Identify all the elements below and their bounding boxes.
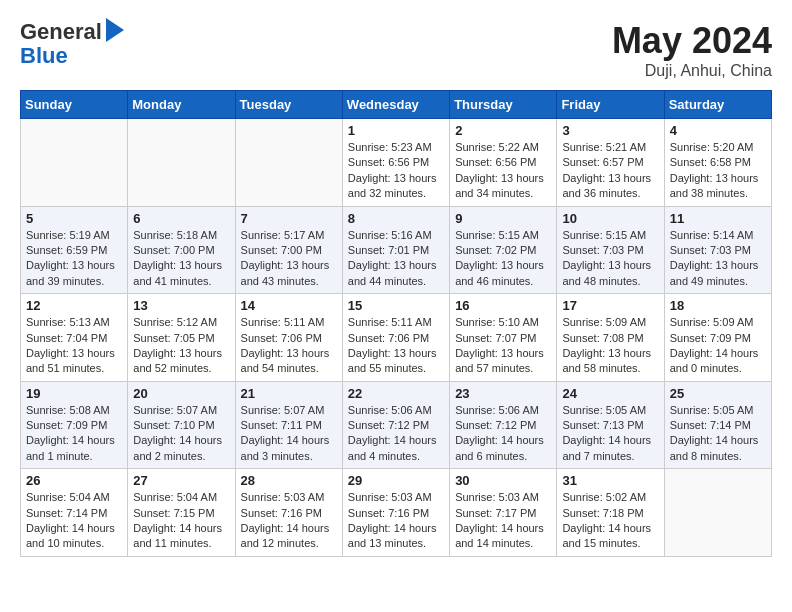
cell-info: Sunrise: 5:16 AMSunset: 7:01 PMDaylight:… <box>348 228 444 290</box>
page-header: General Blue May 2024 Duji, Anhui, China <box>20 20 772 80</box>
calendar-cell: 30Sunrise: 5:03 AMSunset: 7:17 PMDayligh… <box>450 469 557 557</box>
cell-info: Sunrise: 5:05 AMSunset: 7:13 PMDaylight:… <box>562 403 658 465</box>
calendar-cell: 17Sunrise: 5:09 AMSunset: 7:08 PMDayligh… <box>557 294 664 382</box>
day-number: 10 <box>562 211 658 226</box>
calendar-table: SundayMondayTuesdayWednesdayThursdayFrid… <box>20 90 772 557</box>
cell-info: Sunrise: 5:03 AMSunset: 7:16 PMDaylight:… <box>241 490 337 552</box>
calendar-cell: 18Sunrise: 5:09 AMSunset: 7:09 PMDayligh… <box>664 294 771 382</box>
day-number: 19 <box>26 386 122 401</box>
calendar-cell: 16Sunrise: 5:10 AMSunset: 7:07 PMDayligh… <box>450 294 557 382</box>
day-number: 13 <box>133 298 229 313</box>
cell-info: Sunrise: 5:09 AMSunset: 7:09 PMDaylight:… <box>670 315 766 377</box>
day-number: 27 <box>133 473 229 488</box>
calendar-cell <box>128 119 235 207</box>
calendar-header-row: SundayMondayTuesdayWednesdayThursdayFrid… <box>21 91 772 119</box>
cell-info: Sunrise: 5:09 AMSunset: 7:08 PMDaylight:… <box>562 315 658 377</box>
day-number: 30 <box>455 473 551 488</box>
calendar-cell: 7Sunrise: 5:17 AMSunset: 7:00 PMDaylight… <box>235 206 342 294</box>
cell-info: Sunrise: 5:07 AMSunset: 7:11 PMDaylight:… <box>241 403 337 465</box>
calendar-cell: 13Sunrise: 5:12 AMSunset: 7:05 PMDayligh… <box>128 294 235 382</box>
cell-info: Sunrise: 5:21 AMSunset: 6:57 PMDaylight:… <box>562 140 658 202</box>
day-of-week-header: Sunday <box>21 91 128 119</box>
calendar-cell: 21Sunrise: 5:07 AMSunset: 7:11 PMDayligh… <box>235 381 342 469</box>
title-block: May 2024 Duji, Anhui, China <box>612 20 772 80</box>
day-number: 9 <box>455 211 551 226</box>
calendar-cell: 10Sunrise: 5:15 AMSunset: 7:03 PMDayligh… <box>557 206 664 294</box>
cell-info: Sunrise: 5:05 AMSunset: 7:14 PMDaylight:… <box>670 403 766 465</box>
day-of-week-header: Thursday <box>450 91 557 119</box>
calendar-cell <box>664 469 771 557</box>
cell-info: Sunrise: 5:08 AMSunset: 7:09 PMDaylight:… <box>26 403 122 465</box>
cell-info: Sunrise: 5:10 AMSunset: 7:07 PMDaylight:… <box>455 315 551 377</box>
calendar-cell: 20Sunrise: 5:07 AMSunset: 7:10 PMDayligh… <box>128 381 235 469</box>
logo-arrow-icon <box>106 18 124 42</box>
calendar-cell: 11Sunrise: 5:14 AMSunset: 7:03 PMDayligh… <box>664 206 771 294</box>
location: Duji, Anhui, China <box>612 62 772 80</box>
calendar-cell: 27Sunrise: 5:04 AMSunset: 7:15 PMDayligh… <box>128 469 235 557</box>
cell-info: Sunrise: 5:15 AMSunset: 7:03 PMDaylight:… <box>562 228 658 290</box>
day-number: 1 <box>348 123 444 138</box>
calendar-cell: 8Sunrise: 5:16 AMSunset: 7:01 PMDaylight… <box>342 206 449 294</box>
calendar-week-row: 19Sunrise: 5:08 AMSunset: 7:09 PMDayligh… <box>21 381 772 469</box>
day-of-week-header: Tuesday <box>235 91 342 119</box>
calendar-cell: 12Sunrise: 5:13 AMSunset: 7:04 PMDayligh… <box>21 294 128 382</box>
day-of-week-header: Monday <box>128 91 235 119</box>
day-number: 2 <box>455 123 551 138</box>
month-title: May 2024 <box>612 20 772 62</box>
cell-info: Sunrise: 5:15 AMSunset: 7:02 PMDaylight:… <box>455 228 551 290</box>
calendar-week-row: 5Sunrise: 5:19 AMSunset: 6:59 PMDaylight… <box>21 206 772 294</box>
calendar-cell: 5Sunrise: 5:19 AMSunset: 6:59 PMDaylight… <box>21 206 128 294</box>
day-number: 4 <box>670 123 766 138</box>
cell-info: Sunrise: 5:06 AMSunset: 7:12 PMDaylight:… <box>348 403 444 465</box>
day-number: 23 <box>455 386 551 401</box>
cell-info: Sunrise: 5:03 AMSunset: 7:17 PMDaylight:… <box>455 490 551 552</box>
calendar-cell: 9Sunrise: 5:15 AMSunset: 7:02 PMDaylight… <box>450 206 557 294</box>
day-number: 26 <box>26 473 122 488</box>
day-number: 5 <box>26 211 122 226</box>
day-number: 25 <box>670 386 766 401</box>
calendar-cell: 23Sunrise: 5:06 AMSunset: 7:12 PMDayligh… <box>450 381 557 469</box>
cell-info: Sunrise: 5:02 AMSunset: 7:18 PMDaylight:… <box>562 490 658 552</box>
day-number: 21 <box>241 386 337 401</box>
day-number: 16 <box>455 298 551 313</box>
day-number: 6 <box>133 211 229 226</box>
calendar-cell <box>235 119 342 207</box>
calendar-week-row: 26Sunrise: 5:04 AMSunset: 7:14 PMDayligh… <box>21 469 772 557</box>
calendar-cell: 14Sunrise: 5:11 AMSunset: 7:06 PMDayligh… <box>235 294 342 382</box>
day-number: 11 <box>670 211 766 226</box>
calendar-cell: 31Sunrise: 5:02 AMSunset: 7:18 PMDayligh… <box>557 469 664 557</box>
calendar-week-row: 12Sunrise: 5:13 AMSunset: 7:04 PMDayligh… <box>21 294 772 382</box>
day-number: 20 <box>133 386 229 401</box>
calendar-cell: 25Sunrise: 5:05 AMSunset: 7:14 PMDayligh… <box>664 381 771 469</box>
calendar-cell <box>21 119 128 207</box>
day-number: 28 <box>241 473 337 488</box>
day-number: 29 <box>348 473 444 488</box>
day-number: 8 <box>348 211 444 226</box>
cell-info: Sunrise: 5:20 AMSunset: 6:58 PMDaylight:… <box>670 140 766 202</box>
calendar-cell: 1Sunrise: 5:23 AMSunset: 6:56 PMDaylight… <box>342 119 449 207</box>
day-of-week-header: Wednesday <box>342 91 449 119</box>
cell-info: Sunrise: 5:19 AMSunset: 6:59 PMDaylight:… <box>26 228 122 290</box>
cell-info: Sunrise: 5:06 AMSunset: 7:12 PMDaylight:… <box>455 403 551 465</box>
cell-info: Sunrise: 5:04 AMSunset: 7:15 PMDaylight:… <box>133 490 229 552</box>
calendar-cell: 28Sunrise: 5:03 AMSunset: 7:16 PMDayligh… <box>235 469 342 557</box>
day-number: 15 <box>348 298 444 313</box>
cell-info: Sunrise: 5:11 AMSunset: 7:06 PMDaylight:… <box>241 315 337 377</box>
day-number: 17 <box>562 298 658 313</box>
cell-info: Sunrise: 5:13 AMSunset: 7:04 PMDaylight:… <box>26 315 122 377</box>
cell-info: Sunrise: 5:18 AMSunset: 7:00 PMDaylight:… <box>133 228 229 290</box>
calendar-cell: 15Sunrise: 5:11 AMSunset: 7:06 PMDayligh… <box>342 294 449 382</box>
calendar-week-row: 1Sunrise: 5:23 AMSunset: 6:56 PMDaylight… <box>21 119 772 207</box>
logo-general: General <box>20 20 102 44</box>
logo: General Blue <box>20 20 124 68</box>
day-number: 12 <box>26 298 122 313</box>
calendar-cell: 29Sunrise: 5:03 AMSunset: 7:16 PMDayligh… <box>342 469 449 557</box>
calendar-cell: 22Sunrise: 5:06 AMSunset: 7:12 PMDayligh… <box>342 381 449 469</box>
day-of-week-header: Friday <box>557 91 664 119</box>
cell-info: Sunrise: 5:17 AMSunset: 7:00 PMDaylight:… <box>241 228 337 290</box>
cell-info: Sunrise: 5:14 AMSunset: 7:03 PMDaylight:… <box>670 228 766 290</box>
calendar-cell: 26Sunrise: 5:04 AMSunset: 7:14 PMDayligh… <box>21 469 128 557</box>
calendar-cell: 6Sunrise: 5:18 AMSunset: 7:00 PMDaylight… <box>128 206 235 294</box>
day-number: 14 <box>241 298 337 313</box>
cell-info: Sunrise: 5:12 AMSunset: 7:05 PMDaylight:… <box>133 315 229 377</box>
